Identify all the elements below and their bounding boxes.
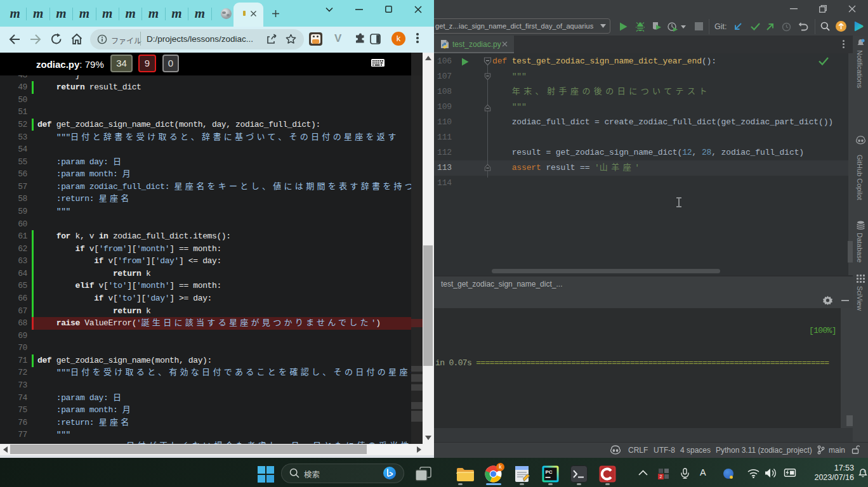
svg-text:PC: PC bbox=[546, 469, 553, 475]
svg-text:z: z bbox=[864, 469, 865, 473]
